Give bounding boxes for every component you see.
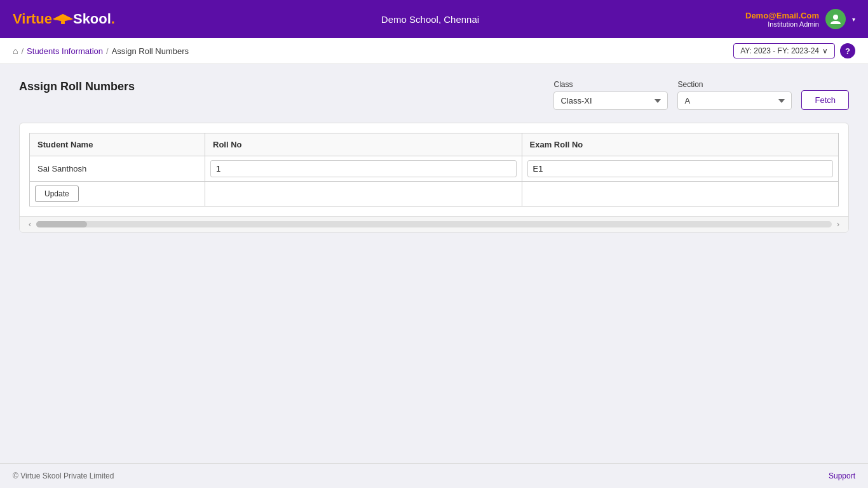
table-row-update: Update — [30, 182, 839, 207]
section-select[interactable]: A B C — [677, 92, 792, 110]
table-header-row: Student Name Roll No Exam Roll No — [30, 133, 839, 156]
table-head: Student Name Roll No Exam Roll No — [30, 133, 839, 156]
ay-selector-chevron: ∨ — [822, 46, 828, 55]
avatar[interactable] — [825, 9, 846, 29]
empty-cell-1 — [205, 182, 522, 207]
breadcrumb-bar: ⌂ / Students Information / Assign Roll N… — [0, 38, 868, 64]
scroll-right-arrow[interactable]: › — [834, 220, 842, 229]
scroll-thumb — [36, 221, 87, 227]
user-info: Demo@Email.Com Institution Admin — [745, 11, 819, 28]
roll-no-input[interactable] — [210, 160, 516, 177]
table-body: Sai Santhosh Update — [30, 156, 839, 207]
home-icon[interactable]: ⌂ — [13, 46, 18, 56]
help-button[interactable]: ? — [840, 43, 855, 58]
logo-virtue-text: Virtue — [13, 11, 52, 27]
app-footer: © Virtue Skool Private Limited Support — [0, 463, 868, 488]
table-card: Student Name Roll No Exam Roll No Sai Sa… — [19, 123, 849, 233]
breadcrumb-right: AY: 2023 - FY: 2023-24 ∨ ? — [733, 43, 855, 58]
table-wrapper: Student Name Roll No Exam Roll No Sai Sa… — [20, 123, 848, 216]
breadcrumb-sep-1: / — [21, 46, 24, 56]
user-section: Demo@Email.Com Institution Admin ▾ — [745, 9, 855, 29]
ay-selector[interactable]: AY: 2023 - FY: 2023-24 ∨ — [733, 43, 835, 58]
user-email: Demo@Email.Com — [745, 11, 819, 20]
roll-numbers-table: Student Name Roll No Exam Roll No Sai Sa… — [29, 133, 839, 207]
logo: Virtue Skool. — [13, 11, 115, 27]
page-header: Assign Roll Numbers Class Class-X Class-… — [19, 80, 849, 110]
col-exam-roll-no: Exam Roll No — [522, 133, 839, 156]
horizontal-scrollbar: ‹ › — [20, 216, 848, 232]
breadcrumb: ⌂ / Students Information / Assign Roll N… — [13, 46, 189, 56]
section-filter-group: Section A B C — [677, 80, 792, 110]
main-content: Assign Roll Numbers Class Class-X Class-… — [0, 64, 868, 463]
scroll-left-arrow[interactable]: ‹ — [26, 220, 34, 229]
svg-rect-1 — [61, 21, 65, 24]
exam-roll-no-cell — [522, 156, 839, 182]
page-title: Assign Roll Numbers — [19, 80, 135, 93]
update-cell: Update — [30, 182, 205, 207]
svg-point-3 — [833, 15, 838, 20]
breadcrumb-students-information[interactable]: Students Information — [27, 46, 103, 56]
school-name: Demo School, Chennai — [381, 14, 479, 25]
student-name-cell: Sai Santhosh — [30, 156, 205, 182]
exam-roll-no-input[interactable] — [527, 160, 834, 177]
col-student-name: Student Name — [30, 133, 205, 156]
section-label: Section — [677, 80, 792, 89]
class-label: Class — [553, 80, 668, 89]
breadcrumb-sep-2: / — [106, 46, 109, 56]
breadcrumb-current: Assign Roll Numbers — [112, 46, 189, 56]
table-row: Sai Santhosh — [30, 156, 839, 182]
class-filter-group: Class Class-X Class-XI Class-XII — [553, 80, 668, 110]
logo-hat-icon — [53, 13, 73, 25]
footer-copyright: © Virtue Skool Private Limited — [13, 471, 114, 480]
footer-support[interactable]: Support — [829, 471, 855, 480]
user-menu-chevron[interactable]: ▾ — [852, 16, 855, 23]
ay-selector-label: AY: 2023 - FY: 2023-24 — [740, 46, 819, 55]
class-select[interactable]: Class-X Class-XI Class-XII — [553, 92, 668, 110]
update-button[interactable]: Update — [35, 186, 79, 202]
roll-no-cell — [205, 156, 522, 182]
app-header: Virtue Skool. Demo School, Chennai Demo@… — [0, 0, 868, 38]
empty-cell-2 — [522, 182, 839, 207]
scroll-track[interactable] — [36, 221, 832, 227]
logo-skool-text: Skool. — [73, 11, 115, 27]
filter-section: Class Class-X Class-XI Class-XII Section… — [553, 80, 849, 110]
user-role: Institution Admin — [745, 20, 819, 28]
fetch-button[interactable]: Fetch — [801, 90, 849, 110]
col-roll-no: Roll No — [205, 133, 522, 156]
